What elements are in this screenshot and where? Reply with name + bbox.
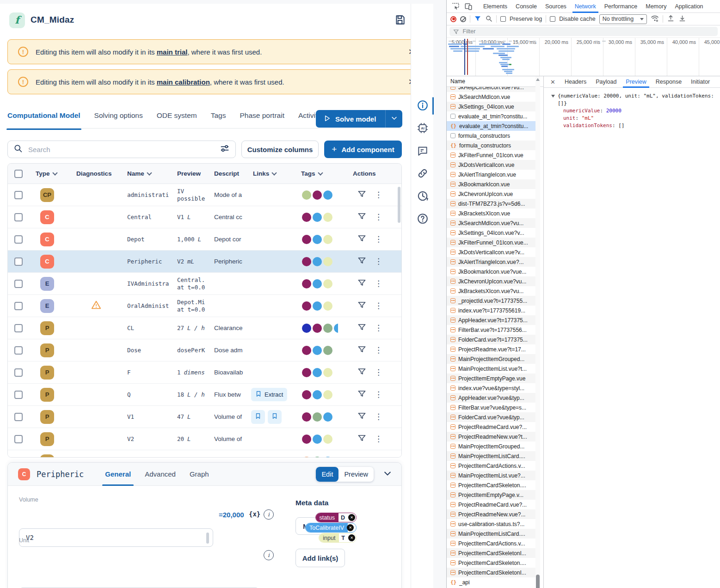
details-tab-response[interactable]: Response <box>651 76 686 88</box>
row-checkbox[interactable] <box>14 280 23 288</box>
network-request-row[interactable]: MainProjectItemListCard.... <box>447 529 535 539</box>
bookmark-link-chip[interactable] <box>251 410 265 424</box>
main-calibration-link[interactable]: main calibration <box>157 78 210 86</box>
sort-chevron-icon[interactable] <box>318 170 323 175</box>
devtools-tab-network[interactable]: Network <box>571 0 600 13</box>
info-icon[interactable]: i <box>264 550 274 560</box>
import-har-icon[interactable] <box>667 14 675 24</box>
column-header-links[interactable]: Links <box>247 170 295 177</box>
network-request-row[interactable]: JkFilterFunnel_01Icon.vue... <box>447 238 535 247</box>
network-request-row[interactable]: ProjectItemCardSkeletonI... <box>447 548 535 558</box>
save-icon[interactable] <box>394 14 406 26</box>
close-icon[interactable]: ✕ <box>544 79 560 86</box>
list-scrollbar[interactable] <box>535 76 540 588</box>
throttling-select[interactable]: No throttling <box>599 14 647 24</box>
row-checkbox[interactable] <box>14 191 23 199</box>
sort-chevron-icon[interactable] <box>147 170 152 175</box>
network-request-row[interactable]: ProjectReadmeNew.vue?t... <box>447 432 535 441</box>
network-request-row[interactable]: FilterBar.vue?vue&type=s... <box>447 403 535 412</box>
scroll-up-icon[interactable] <box>536 78 540 81</box>
network-request-row[interactable]: evaluate_at_tmin?constitu... <box>447 111 535 121</box>
row-checkbox[interactable] <box>14 257 23 266</box>
filter-funnel-icon[interactable] <box>357 434 366 444</box>
row-checkbox[interactable] <box>14 435 23 443</box>
filter-funnel-icon[interactable] <box>357 389 366 400</box>
table-row[interactable]: CDepot1,000LDepot cor⋮ <box>8 228 401 251</box>
network-request-row[interactable]: JkSettings_04Icon.vue <box>447 102 535 111</box>
network-request-row[interactable]: formula_constructors <box>447 131 535 141</box>
devtools-tab-sources[interactable]: Sources <box>541 0 571 13</box>
table-row[interactable]: EIVAdministraCentral.at t=0.0⋮ <box>8 273 401 295</box>
detail-tab-graph[interactable]: Graph <box>190 463 209 486</box>
clear-icon[interactable] <box>460 16 466 22</box>
extract-link-chip[interactable]: Extract <box>251 388 287 401</box>
network-request-row[interactable]: {}_api <box>447 577 535 587</box>
sort-chevron-icon[interactable] <box>272 170 277 175</box>
filter-sliders-icon[interactable] <box>220 143 230 155</box>
network-request-row[interactable]: AppHeader.vue?t=177375... <box>447 315 535 325</box>
kebab-menu-icon[interactable]: ⋮ <box>375 346 382 354</box>
filter-funnel-icon[interactable] <box>357 411 366 422</box>
network-timeline-overview[interactable]: 5,000 ms10,000 ms15,000 ms20,000 ms25,00… <box>447 37 720 76</box>
select-all-checkbox[interactable] <box>14 170 23 178</box>
column-header-tags[interactable]: Tags <box>295 170 347 177</box>
info-icon[interactable] <box>417 99 429 111</box>
row-checkbox[interactable] <box>14 235 23 244</box>
network-request-row[interactable]: JkSearchMdIcon.vue <box>447 92 535 102</box>
kebab-menu-icon[interactable]: ⋮ <box>375 235 382 243</box>
device-toolbar-icon[interactable] <box>464 2 473 11</box>
table-row[interactable]: PV147LVolume of⋮ <box>8 406 401 428</box>
disable-cache-checkbox[interactable] <box>550 16 555 22</box>
filter-funnel-icon[interactable] <box>357 190 366 200</box>
network-request-row[interactable]: use-calibration-status.ts?... <box>447 519 535 529</box>
add-component-button[interactable]: + Add component <box>324 141 402 158</box>
filter-funnel-icon[interactable] <box>357 278 366 289</box>
scroll-thumb[interactable] <box>536 575 540 588</box>
tab-solving-options[interactable]: Solving options <box>94 111 143 128</box>
row-checkbox[interactable] <box>14 213 23 221</box>
filter-funnel-icon[interactable] <box>357 256 366 267</box>
filter-funnel-icon[interactable] <box>357 323 366 333</box>
table-scrollbar[interactable] <box>398 187 400 223</box>
devtools-tab-application[interactable]: Application <box>671 0 707 13</box>
devtools-tab-performance[interactable]: Performance <box>600 0 642 13</box>
record-icon[interactable] <box>450 16 456 22</box>
filter-funnel-icon[interactable] <box>474 15 481 24</box>
kebab-menu-icon[interactable]: ⋮ <box>375 191 382 199</box>
volume-input[interactable]: V2 <box>19 528 213 547</box>
preserve-log-checkbox[interactable] <box>500 16 506 22</box>
network-request-row[interactable]: dist-TFM7BZ73.js?v=5d6... <box>447 199 535 208</box>
filter-funnel-icon[interactable] <box>357 212 366 222</box>
network-request-row[interactable]: ProjectReadmeCard.vue?... <box>447 500 535 509</box>
network-request-row[interactable]: ProjectReadmeNew.vue?... <box>447 509 535 519</box>
network-request-row[interactable]: ProjectItemCardActions.v... <box>447 539 535 548</box>
chevron-down-icon[interactable] <box>386 115 402 123</box>
row-checkbox[interactable] <box>14 413 23 421</box>
network-request-row[interactable]: JkDotsVerticalIcon.vue?v... <box>447 247 535 257</box>
add-links-button[interactable]: Add link(s) <box>295 549 345 567</box>
row-checkbox[interactable] <box>14 302 23 310</box>
search-input[interactable] <box>27 145 220 154</box>
column-header-name[interactable]: Name <box>122 170 172 177</box>
table-row[interactable]: PF1dimensBioavailab⋮ <box>8 361 401 384</box>
tab-ode-system[interactable]: ODE system <box>157 111 197 128</box>
sort-chevron-icon[interactable] <box>52 170 57 175</box>
network-request-row[interactable]: ProjectItemEmptyPage.vue <box>447 374 535 383</box>
customize-columns-button[interactable]: Customize columns <box>241 141 319 158</box>
kebab-menu-icon[interactable]: ⋮ <box>375 435 382 443</box>
kebab-menu-icon[interactable]: ⋮ <box>375 324 382 332</box>
network-request-row[interactable]: ProjectReadmeCard.vue?... <box>447 422 535 432</box>
row-checkbox[interactable] <box>14 346 23 355</box>
inspect-element-icon[interactable] <box>451 2 460 11</box>
network-request-row[interactable]: ProjectItemCardActions.v... <box>447 461 535 471</box>
network-request-row[interactable]: MainProjectItemList.vue?... <box>447 471 535 480</box>
network-request-row[interactable]: index.vue?t=1773755619... <box>447 306 535 315</box>
table-row[interactable]: PQ18L / hFlux betwExtract⋮ <box>8 384 401 406</box>
network-request-row[interactable]: JkSearchMdIcon.vue?vu... <box>447 218 535 228</box>
network-request-row[interactable]: {}evaluate_at_tmin?constitu... <box>447 121 535 131</box>
table-row[interactable]: EOralAdministDepot.Miat t=0.0⋮ <box>8 295 401 317</box>
disclosure-triangle-icon[interactable] <box>551 95 555 98</box>
network-request-row[interactable]: JkAlertTriangleIcon.vue <box>447 170 535 179</box>
kebab-menu-icon[interactable]: ⋮ <box>375 280 382 288</box>
tab-computational-model[interactable]: Computational Model <box>7 111 80 128</box>
